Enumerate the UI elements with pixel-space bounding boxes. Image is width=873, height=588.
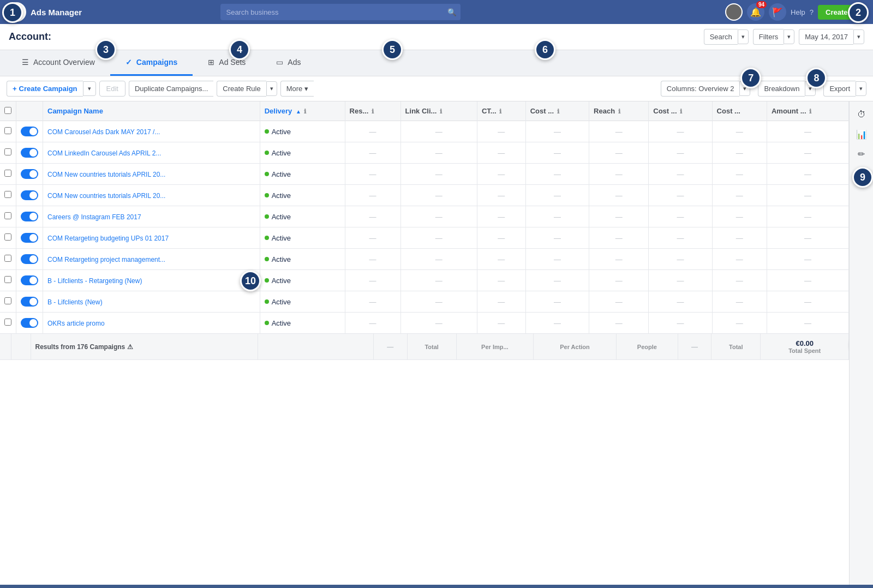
cost-per-info-icon[interactable]: ℹ bbox=[557, 108, 559, 115]
create-rule-arrow[interactable]: ▾ bbox=[266, 81, 277, 96]
edit-button[interactable]: Edit bbox=[99, 81, 125, 97]
notifications-button[interactable]: 🔔 94 bbox=[747, 3, 764, 21]
campaign-name[interactable]: COM Retargeting budgeting UPs 01 2017 bbox=[47, 235, 169, 242]
toggle-switch[interactable] bbox=[21, 127, 38, 136]
toggle-switch[interactable] bbox=[21, 233, 38, 243]
tab-bar: ☰ Account Overview ✓ Campaigns ⊞ Ad Sets… bbox=[0, 50, 873, 76]
row-checkbox[interactable] bbox=[4, 319, 11, 326]
create-rule-button[interactable]: Create Rule bbox=[217, 81, 266, 97]
create-campaign-button[interactable]: + Create Campaign bbox=[7, 81, 83, 97]
sidebar-edit-button[interactable]: ✏ bbox=[853, 145, 870, 163]
breakdown-arrow[interactable]: ▾ bbox=[805, 81, 816, 96]
row-results-cell: — bbox=[345, 313, 400, 334]
results-info-icon[interactable]: ℹ bbox=[372, 108, 374, 115]
reach-info-icon[interactable]: ℹ bbox=[618, 108, 620, 115]
sidebar-history-button[interactable]: 🕐 bbox=[853, 165, 870, 182]
toggle-switch[interactable] bbox=[21, 148, 38, 158]
create-campaign-arrow[interactable]: ▾ bbox=[83, 81, 96, 96]
export-button[interactable]: Export bbox=[823, 81, 856, 97]
status-label: Active bbox=[272, 213, 291, 221]
breakdown-button[interactable]: Breakdown bbox=[758, 81, 805, 97]
toggle-switch[interactable] bbox=[21, 212, 38, 221]
row-amount-cell: — bbox=[767, 164, 848, 185]
status-label: Active bbox=[272, 128, 291, 136]
row-checkbox[interactable] bbox=[4, 255, 11, 262]
row-checkbox-cell bbox=[0, 121, 16, 142]
toggle-switch[interactable] bbox=[21, 275, 38, 285]
col-delivery[interactable]: Delivery ▲ ℹ bbox=[260, 101, 345, 121]
filters-button[interactable]: Filters bbox=[753, 29, 784, 45]
toggle-switch[interactable] bbox=[21, 318, 38, 328]
tab-account-overview[interactable]: ☰ Account Overview bbox=[7, 50, 110, 76]
row-checkbox[interactable] bbox=[4, 297, 11, 304]
row-name-cell: Careers @ Instagram FEB 2017 bbox=[43, 206, 260, 227]
tab-ads[interactable]: ▭ Ads bbox=[261, 50, 316, 76]
amount-info-icon[interactable]: ℹ bbox=[809, 108, 811, 115]
campaign-name[interactable]: COM New countries tutorials APRIL 20... bbox=[47, 171, 165, 178]
nav-flag-button[interactable]: 🚩 bbox=[769, 3, 786, 21]
row-checkbox[interactable] bbox=[4, 276, 11, 283]
row-checkbox-cell bbox=[0, 270, 16, 291]
row-checkbox[interactable] bbox=[4, 212, 11, 219]
more-button[interactable]: More ▾ bbox=[280, 81, 314, 97]
search-business-input[interactable] bbox=[220, 4, 461, 20]
row-checkbox[interactable] bbox=[4, 127, 11, 134]
select-all-checkbox[interactable] bbox=[4, 107, 11, 114]
date-dropdown-arrow[interactable]: ▾ bbox=[853, 29, 864, 44]
campaign-name[interactable]: OKRs article promo bbox=[47, 320, 105, 327]
row-checkbox-cell bbox=[0, 227, 16, 249]
campaign-name[interactable]: COM Carousel Ads Dark MAY 2017 /... bbox=[47, 128, 160, 136]
col-cost2: Cost ... bbox=[712, 101, 767, 121]
row-cost-reach-cell: — bbox=[649, 249, 712, 270]
row-ctr-cell: — bbox=[477, 291, 525, 313]
col-campaign-name[interactable]: Campaign Name bbox=[43, 101, 260, 121]
delivery-info-icon[interactable]: ℹ bbox=[304, 108, 306, 115]
campaign-name[interactable]: Careers @ Instagram FEB 2017 bbox=[47, 213, 141, 221]
columns-button[interactable]: Columns: Overview 2 bbox=[661, 81, 740, 97]
create-ad-button[interactable]: Create Ad bbox=[818, 5, 866, 20]
export-arrow[interactable]: ▾ bbox=[856, 81, 866, 96]
toggle-switch[interactable] bbox=[21, 297, 38, 307]
sidebar-clock-button[interactable]: ⏱ bbox=[853, 106, 870, 123]
date-button[interactable]: May 14, 2017 bbox=[799, 29, 853, 45]
link-clicks-info-icon[interactable]: ℹ bbox=[440, 108, 442, 115]
row-cost-per-cell: — bbox=[525, 291, 589, 313]
cost-reach-info-icon[interactable]: ℹ bbox=[680, 108, 682, 115]
toggle-switch[interactable] bbox=[21, 254, 38, 264]
campaign-name[interactable]: COM Retargeting project management... bbox=[47, 256, 165, 263]
search-dropdown-arrow[interactable]: ▾ bbox=[738, 29, 749, 44]
filters-dropdown-arrow[interactable]: ▾ bbox=[784, 29, 794, 44]
help-link[interactable]: Help bbox=[791, 8, 805, 16]
tab-ad-sets[interactable]: ⊞ Ad Sets bbox=[193, 50, 261, 76]
footer-row: Results from 176 Campaigns ⚠ — Total Per… bbox=[0, 334, 849, 360]
account-label: Account: bbox=[9, 31, 51, 43]
tab-ad-sets-label: Ad Sets bbox=[219, 58, 246, 67]
row-checkbox[interactable] bbox=[4, 148, 11, 155]
col-checkbox bbox=[0, 101, 16, 121]
campaign-name[interactable]: COM New countries tutorials APRIL 20... bbox=[47, 192, 165, 200]
status-dot bbox=[265, 214, 269, 219]
date-split-button: May 14, 2017 ▾ bbox=[799, 29, 864, 45]
more-split: More ▾ bbox=[280, 81, 314, 97]
toggle-switch[interactable] bbox=[21, 169, 38, 179]
ctr-info-icon[interactable]: ℹ bbox=[499, 108, 501, 115]
row-checkbox[interactable] bbox=[4, 233, 11, 241]
sidebar-chart-button[interactable]: 📊 bbox=[853, 125, 870, 143]
duplicate-button[interactable]: Duplicate Campaigns... bbox=[129, 81, 213, 97]
right-sidebar: ⏱ 📊 ✏ 🕐 9 bbox=[849, 101, 873, 585]
row-cost-reach-cell: — bbox=[649, 142, 712, 164]
campaign-name[interactable]: B - Lifclients - Retargeting (New) bbox=[47, 277, 142, 285]
campaign-name[interactable]: B - Lifclients (New) bbox=[47, 298, 103, 306]
row-checkbox[interactable] bbox=[4, 191, 11, 198]
campaign-name[interactable]: COM LinkedIn Carousel Ads APRIL 2... bbox=[47, 149, 161, 157]
columns-arrow[interactable]: ▾ bbox=[739, 81, 750, 96]
top-navigation: f Ads Manager 🔍 🔔 94 🚩 Help ? Create Ad … bbox=[0, 0, 873, 24]
row-checkbox[interactable] bbox=[4, 170, 11, 177]
search-button[interactable]: Search bbox=[704, 29, 738, 45]
tab-campaigns[interactable]: ✓ Campaigns bbox=[110, 50, 193, 76]
toggle-switch[interactable] bbox=[21, 190, 38, 200]
search-business-button[interactable]: 🔍 bbox=[443, 4, 461, 20]
row-link-clicks-cell: — bbox=[400, 142, 477, 164]
status-dot bbox=[265, 321, 269, 325]
export-split: Export ▾ bbox=[823, 81, 866, 97]
